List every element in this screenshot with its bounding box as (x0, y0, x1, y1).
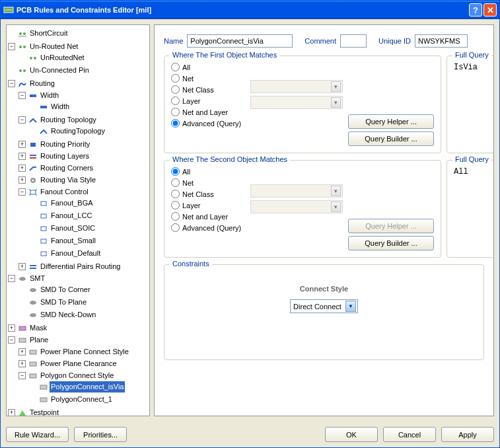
rule-icon (39, 383, 48, 391)
tree-item[interactable]: SMD To Plane (39, 297, 88, 308)
collapse-icon[interactable]: − (18, 372, 26, 379)
expand-icon[interactable]: + (18, 263, 26, 270)
radio-netclass[interactable]: Net Class (171, 85, 250, 94)
tree-item[interactable]: Width (50, 101, 71, 112)
tree-item[interactable]: RoutingTopology (50, 126, 106, 137)
apply-button[interactable]: Apply (441, 427, 494, 442)
tree-item[interactable]: Plane (28, 334, 50, 346)
svg-point-8 (19, 69, 22, 72)
query-builder-button[interactable]: Query Builder ... (348, 131, 434, 146)
radio-layer[interactable]: Layer (171, 96, 250, 105)
collapse-icon[interactable]: − (18, 116, 26, 124)
tree-item[interactable]: UnRoutedNet (39, 52, 86, 63)
svg-rect-32 (40, 385, 47, 389)
svg-point-26 (30, 313, 36, 317)
tree-item[interactable]: Routing Layers (39, 151, 90, 162)
expand-icon[interactable]: + (18, 141, 26, 148)
rule-wizard-button[interactable]: Rule Wizard... (6, 427, 69, 442)
expand-icon[interactable]: + (18, 165, 26, 172)
tree-item[interactable]: Fanout Control (39, 186, 90, 198)
tree-item[interactable]: Width (39, 90, 60, 101)
tree-item[interactable]: Testpoint (28, 407, 60, 416)
tree-item[interactable]: Polygon Connect Style (39, 370, 115, 381)
tree-item[interactable]: Routing Via Style (39, 174, 97, 186)
radio-netlayer[interactable]: Net and Layer (171, 108, 250, 116)
svg-point-16 (32, 179, 34, 181)
expand-icon[interactable]: + (8, 409, 15, 416)
expand-icon[interactable]: + (18, 348, 26, 355)
tree-item[interactable]: Power Plane Connect Style (39, 346, 130, 357)
rules-tree[interactable]: ShortCircuit −Un-Routed Net UnRoutedNet … (6, 24, 150, 416)
tree-item-selected[interactable]: PolygonConnect_isVia (50, 381, 125, 392)
netclass-combo: ▾ (250, 96, 343, 109)
help-button[interactable]: ? (469, 3, 482, 17)
uniqueid-input[interactable] (415, 34, 468, 48)
chevron-down-icon: ▾ (331, 81, 341, 92)
tree-item[interactable]: Fanout_SOIC (50, 223, 96, 234)
collapse-icon[interactable]: − (8, 336, 15, 344)
tree-item[interactable]: Routing Topology (39, 114, 98, 126)
tree-item[interactable]: Un-Routed Net (28, 41, 79, 52)
svg-rect-20 (41, 227, 46, 231)
rule-icon (28, 348, 38, 356)
comment-input[interactable] (340, 34, 367, 48)
radio-net[interactable]: Net (171, 74, 250, 83)
tree-item[interactable]: SMD Neck-Down (39, 309, 97, 320)
rule-icon (28, 176, 38, 184)
dialog-window: PCB Rules and Constraints Editor [mil] ?… (0, 0, 500, 448)
svg-rect-29 (30, 350, 36, 354)
rule-icon (18, 30, 27, 38)
chevron-down-icon: ▾ (331, 97, 341, 108)
tree-item[interactable]: Routing (28, 78, 56, 89)
name-input[interactable] (187, 34, 293, 48)
svg-point-7 (34, 57, 36, 59)
query-builder-button[interactable]: Query Builder ... (348, 236, 434, 250)
rule-icon (28, 153, 38, 161)
collapse-icon[interactable]: − (8, 80, 15, 87)
tree-item[interactable]: Fanout_BGA (50, 198, 94, 209)
expand-icon[interactable]: + (8, 324, 15, 332)
svg-point-24 (30, 288, 36, 292)
tree-item[interactable]: Fanout_Default (50, 248, 102, 259)
tree-item[interactable]: Routing Corners (39, 163, 94, 174)
radio-layer[interactable]: Layer (171, 201, 250, 209)
radio-advanced[interactable]: Advanced (Query) (171, 119, 250, 128)
netclass-combo: ▾ (250, 200, 343, 213)
ok-button[interactable]: OK (325, 427, 378, 442)
collapse-icon[interactable]: − (8, 43, 15, 50)
tree-item[interactable]: SMT (28, 273, 46, 284)
radio-netlayer[interactable]: Net and Layer (171, 212, 250, 221)
rule-icon (28, 360, 38, 368)
svg-rect-28 (19, 338, 26, 342)
tree-item[interactable]: Un-Connected Pin (28, 65, 90, 76)
connect-style-select[interactable]: Direct Connect ▼ (290, 299, 358, 313)
titlebar[interactable]: PCB Rules and Constraints Editor [mil] ?… (1, 1, 499, 19)
tree-item[interactable]: Mask (28, 322, 48, 334)
expand-icon[interactable]: + (18, 176, 26, 184)
radio-net[interactable]: Net (171, 178, 250, 187)
tree-item[interactable]: PolygonConnect_1 (50, 394, 114, 405)
tree-item[interactable]: ShortCircuit (28, 28, 69, 39)
collapse-icon[interactable]: − (18, 92, 26, 99)
tree-item[interactable]: Routing Priority (39, 139, 91, 150)
tree-item[interactable]: Fanout_Small (50, 235, 97, 246)
radio-all[interactable]: All (171, 167, 250, 176)
tree-item[interactable]: Power Plane Clearance (39, 358, 118, 369)
close-button[interactable]: ✕ (483, 3, 497, 17)
priorities-button[interactable]: Priorities... (74, 427, 127, 442)
category-icon (18, 409, 27, 417)
rule-editor-panel: Name Comment Unique ID Where The First O… (154, 24, 494, 416)
collapse-icon[interactable]: − (8, 275, 15, 282)
tree-item[interactable]: SMD To Corner (39, 284, 92, 295)
expand-icon[interactable]: + (18, 153, 26, 160)
radio-advanced[interactable]: Advanced (Query) (171, 223, 250, 232)
cancel-button[interactable]: Cancel (383, 427, 436, 442)
query-helper-button[interactable]: Query Helper ... (348, 114, 434, 129)
radio-netclass[interactable]: Net Class (171, 190, 250, 198)
tree-item[interactable]: Differential Pairs Routing (39, 261, 122, 272)
group-legend: Where The Second Object Matches (170, 155, 290, 163)
collapse-icon[interactable]: − (18, 188, 26, 196)
expand-icon[interactable]: + (18, 360, 26, 367)
radio-all[interactable]: All (171, 63, 250, 71)
tree-item[interactable]: Fanout_LCC (50, 210, 93, 221)
